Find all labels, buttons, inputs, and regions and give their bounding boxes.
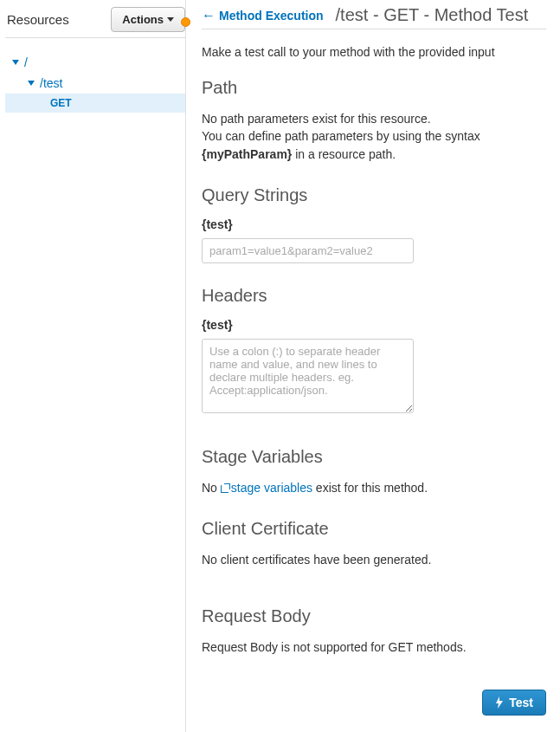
headers-input[interactable]	[202, 339, 414, 413]
caret-down-icon	[167, 17, 174, 22]
notification-dot-icon	[181, 17, 190, 27]
actions-label: Actions	[122, 13, 164, 26]
query-string-input[interactable]	[202, 238, 414, 263]
resources-heading: Resources	[5, 12, 111, 27]
stage-variables-text: No stage variables exist for this method…	[202, 479, 546, 496]
request-body-text: Request Body is not supported for GET me…	[202, 638, 546, 656]
back-link-label: Method Execution	[219, 9, 324, 23]
tree-resource-label: /test	[40, 76, 62, 90]
tree-root[interactable]: /	[5, 52, 185, 73]
actions-dropdown-button[interactable]: Actions	[111, 7, 185, 32]
tree-resource-test[interactable]: /test	[5, 73, 185, 94]
path-text: No path parameters exist for this resour…	[202, 110, 546, 163]
client-certificate-heading: Client Certificate	[202, 519, 546, 539]
lightning-icon	[495, 696, 504, 709]
test-button-label: Test	[509, 696, 533, 709]
request-body-heading: Request Body	[202, 606, 546, 626]
disclosure-down-icon	[12, 60, 19, 65]
headers-heading: Headers	[202, 286, 546, 306]
stage-variables-heading: Stage Variables	[202, 447, 546, 467]
tree-method-label: GET	[50, 97, 72, 109]
client-certificate-text: No client certificates have been generat…	[202, 551, 546, 568]
query-field-label: {test}	[202, 217, 546, 231]
query-strings-heading: Query Strings	[202, 185, 546, 205]
intro-text: Make a test call to your method with the…	[202, 45, 546, 59]
tree-root-label: /	[24, 55, 28, 69]
external-link-icon	[221, 483, 230, 493]
test-button[interactable]: Test	[482, 690, 546, 716]
back-to-method-execution-link[interactable]: ← Method Execution	[202, 9, 324, 23]
tree-method-get[interactable]: GET	[5, 94, 185, 113]
headers-field-label: {test}	[202, 318, 546, 332]
resource-tree: / /test GET	[5, 38, 185, 113]
path-heading: Path	[202, 78, 546, 98]
arrow-left-icon: ←	[202, 9, 216, 23]
page-title: /test - GET - Method Test	[336, 5, 529, 25]
disclosure-down-icon	[28, 81, 35, 86]
stage-variables-link[interactable]: stage variables	[221, 481, 312, 495]
